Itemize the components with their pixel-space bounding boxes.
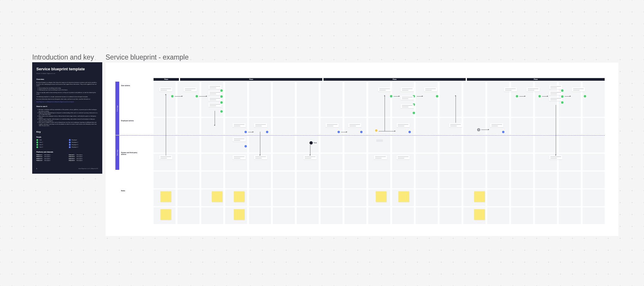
lane-cell[interactable]	[416, 207, 438, 224]
lane-cell[interactable]	[511, 172, 533, 188]
lane-cell[interactable]	[559, 189, 581, 206]
card[interactable]	[397, 156, 410, 159]
lane-cell[interactable]	[154, 172, 176, 188]
lane-cell[interactable]	[463, 118, 485, 135]
lane-cell[interactable]	[511, 82, 533, 117]
card[interactable]	[159, 88, 172, 91]
sticky-note[interactable]	[474, 191, 485, 202]
lane-cell[interactable]	[273, 207, 295, 224]
card[interactable]	[208, 91, 222, 95]
lane-cell[interactable]	[273, 136, 295, 153]
lane-cell[interactable]	[321, 189, 343, 206]
sticky-note[interactable]	[160, 191, 171, 202]
lane-cell[interactable]	[463, 172, 485, 188]
phase-3[interactable]: Phase	[323, 78, 466, 81]
card[interactable]	[233, 156, 246, 159]
lane-cell[interactable]	[154, 118, 176, 135]
card[interactable]	[208, 85, 222, 89]
lane-cell[interactable]	[368, 172, 390, 188]
lane-cell[interactable]	[321, 154, 343, 170]
lane-cell[interactable]	[297, 82, 319, 117]
card[interactable]	[159, 156, 172, 159]
lane-cell[interactable]	[273, 172, 295, 188]
lane-cell[interactable]	[535, 207, 557, 224]
lane-cell[interactable]	[392, 207, 414, 224]
lane-cell[interactable]	[177, 207, 199, 224]
lane-cell[interactable]	[273, 118, 295, 135]
sticky-note[interactable]	[160, 209, 171, 220]
lane-cell[interactable]	[439, 154, 462, 170]
card[interactable]	[424, 88, 437, 91]
lane-cell[interactable]	[535, 118, 557, 135]
card[interactable]	[504, 88, 517, 91]
lane-cell[interactable]	[487, 82, 509, 117]
card[interactable]	[378, 88, 391, 91]
card[interactable]	[374, 156, 387, 159]
lane-cell[interactable]	[535, 136, 557, 153]
lane-cell[interactable]	[177, 189, 199, 206]
lane-cell[interactable]	[344, 189, 366, 206]
card[interactable]	[449, 123, 462, 127]
lane-cell[interactable]	[583, 189, 605, 206]
lane-cell[interactable]	[344, 82, 366, 117]
lane-cell[interactable]	[321, 136, 343, 153]
lane-cell[interactable]	[297, 189, 319, 206]
lane-cell[interactable]	[201, 207, 223, 224]
lane-cell[interactable]	[368, 136, 390, 153]
lane-cell[interactable]	[249, 189, 271, 206]
mini-card[interactable]	[376, 139, 383, 142]
lane-cell[interactable]	[559, 136, 581, 153]
blueprint-frame[interactable]: Phase Phase Phase Phase Front stage Back…	[106, 63, 618, 236]
lane-cell[interactable]	[368, 118, 390, 135]
card[interactable]	[304, 156, 317, 159]
lane-cell[interactable]	[273, 189, 295, 206]
lane-cell[interactable]	[535, 189, 557, 206]
card[interactable]	[549, 85, 562, 89]
lane-cell[interactable]	[177, 82, 199, 117]
card[interactable]	[233, 123, 246, 127]
phase-1[interactable]: Phase	[154, 78, 179, 81]
lane-cell[interactable]	[511, 189, 533, 206]
card[interactable]	[348, 123, 361, 127]
lane-cell[interactable]	[321, 207, 343, 224]
card[interactable]	[397, 123, 410, 127]
lane-cell[interactable]	[154, 82, 176, 117]
lane-cell[interactable]	[273, 82, 295, 117]
lane-cell[interactable]	[321, 172, 343, 188]
lane-cell[interactable]	[177, 172, 199, 188]
lane-cell[interactable]	[344, 207, 366, 224]
card[interactable]	[326, 123, 339, 127]
card[interactable]	[184, 88, 197, 91]
lane-cell[interactable]	[344, 136, 366, 153]
lane-cell[interactable]	[463, 136, 485, 153]
lane-cell[interactable]	[487, 207, 509, 224]
lane-cell[interactable]	[225, 172, 247, 188]
card[interactable]	[549, 156, 562, 159]
card[interactable]	[254, 123, 267, 127]
card[interactable]	[549, 91, 562, 95]
lane-cell[interactable]	[344, 154, 366, 170]
card[interactable]	[401, 88, 414, 91]
lane-cell[interactable]	[177, 154, 199, 170]
lane-cell[interactable]	[511, 154, 533, 170]
card[interactable]	[401, 104, 414, 108]
lane-cell[interactable]	[416, 154, 438, 170]
lane-cell[interactable]	[439, 172, 462, 188]
lane-cell[interactable]	[487, 172, 509, 188]
overview-link[interactable]: https://hyperact.co.uk/blog/service-blue…	[36, 101, 74, 102]
lane-cell[interactable]	[249, 82, 271, 117]
frame-label-example[interactable]: Service blueprint - example	[106, 53, 189, 61]
card[interactable]	[208, 97, 222, 101]
lane-cell[interactable]	[201, 118, 223, 135]
lane-cell[interactable]	[368, 82, 390, 117]
lane-cell[interactable]	[583, 172, 605, 188]
lane-cell[interactable]	[439, 189, 462, 206]
lane-cell[interactable]	[511, 118, 533, 135]
figma-canvas[interactable]: Introduction and key Service blueprint -…	[0, 0, 644, 286]
lane-cell[interactable]	[368, 207, 390, 224]
sticky-note[interactable]	[212, 191, 222, 202]
lane-cell[interactable]	[177, 136, 199, 153]
frame-label-intro[interactable]: Introduction and key	[32, 53, 94, 61]
lane-cell[interactable]	[583, 118, 605, 135]
card[interactable]	[401, 96, 414, 100]
